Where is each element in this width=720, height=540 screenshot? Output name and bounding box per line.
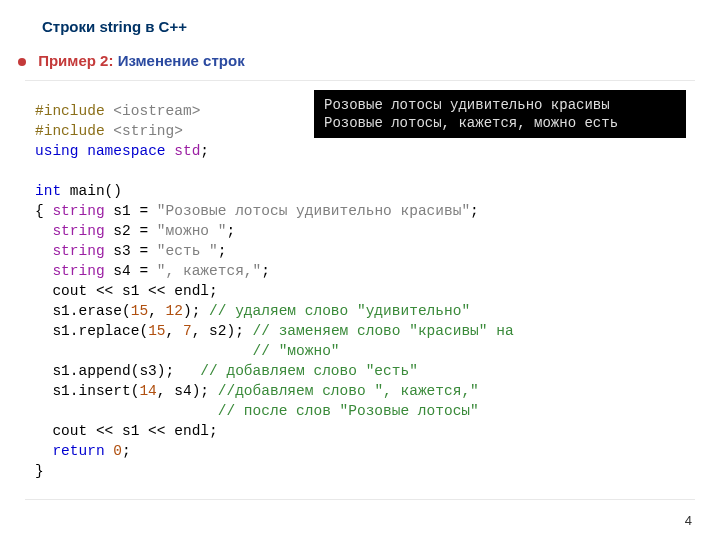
bullet-icon: [18, 58, 26, 66]
insert-call: s1.insert(: [35, 383, 139, 399]
semi: ;: [261, 263, 270, 279]
num: 12: [166, 303, 183, 319]
type-string: string: [52, 223, 104, 239]
replace-call: s1.replace(: [35, 323, 148, 339]
semi: ;: [122, 443, 131, 459]
cout1: cout << s1 << endl;: [35, 283, 218, 299]
main-sig: main(): [61, 183, 122, 199]
cout2: cout << s1 << endl;: [35, 423, 218, 439]
comma: ,: [148, 303, 165, 319]
include-target: <string>: [105, 123, 183, 139]
s4-decl: s4 =: [105, 263, 157, 279]
program-output: Розовые лотосы удивительно красивы Розов…: [314, 90, 686, 138]
comment: //добавляем слово ", кажется,": [218, 383, 479, 399]
slide-title: Строки string в С++: [42, 18, 187, 35]
num: 15: [131, 303, 148, 319]
s4-val: ", кажется,": [157, 263, 261, 279]
example-subtitle: Изменение строк: [118, 52, 245, 69]
code-block: #include <iostream> #include <string> us…: [25, 80, 695, 500]
include-target: <iostream>: [105, 103, 201, 119]
s3-val: "есть ": [157, 243, 218, 259]
s2-decl: s2 =: [105, 223, 157, 239]
example-label: Пример 2:: [38, 52, 113, 69]
comment: // добавляем слово "есть": [200, 363, 418, 379]
page-number: 4: [685, 513, 692, 528]
comment: // удаляем слово "удивительно": [209, 303, 470, 319]
type-string: string: [52, 263, 104, 279]
example-header: Пример 2: Изменение строк: [18, 52, 245, 69]
s2-val: "можно ": [157, 223, 227, 239]
comment: // "можно": [253, 343, 340, 359]
erase-end: );: [183, 303, 209, 319]
semi: ;: [200, 143, 209, 159]
kw-int: int: [35, 183, 61, 199]
ns-std: std: [166, 143, 201, 159]
comment: // после слов "Розовые лотосы": [218, 403, 479, 419]
output-line: Розовые лотосы удивительно красивы: [324, 97, 610, 113]
comment: // заменяем слово "красивы" на: [253, 323, 514, 339]
kw-using: using: [35, 143, 79, 159]
comma: ,: [166, 323, 183, 339]
append-call: s1.append(s3);: [35, 363, 200, 379]
kw-namespace: namespace: [79, 143, 166, 159]
type-string: string: [52, 203, 104, 219]
replace-end: , s2);: [192, 323, 253, 339]
s3-decl: s3 =: [105, 243, 157, 259]
erase-call: s1.erase(: [35, 303, 131, 319]
preproc: #include: [35, 103, 105, 119]
lbrace: {: [35, 203, 52, 219]
semi: ;: [470, 203, 479, 219]
s1-val: "Розовые лотосы удивительно красивы": [157, 203, 470, 219]
kw-return: return: [52, 443, 104, 459]
semi: ;: [218, 243, 227, 259]
s1-decl: s1 =: [105, 203, 157, 219]
insert-end: , s4);: [157, 383, 218, 399]
num: 7: [183, 323, 192, 339]
semi: ;: [226, 223, 235, 239]
rbrace: }: [35, 463, 44, 479]
output-line: Розовые лотосы, кажется, можно есть: [324, 115, 618, 131]
num: 0: [113, 443, 122, 459]
type-string: string: [52, 243, 104, 259]
preproc: #include: [35, 123, 105, 139]
num: 14: [139, 383, 156, 399]
num: 15: [148, 323, 165, 339]
